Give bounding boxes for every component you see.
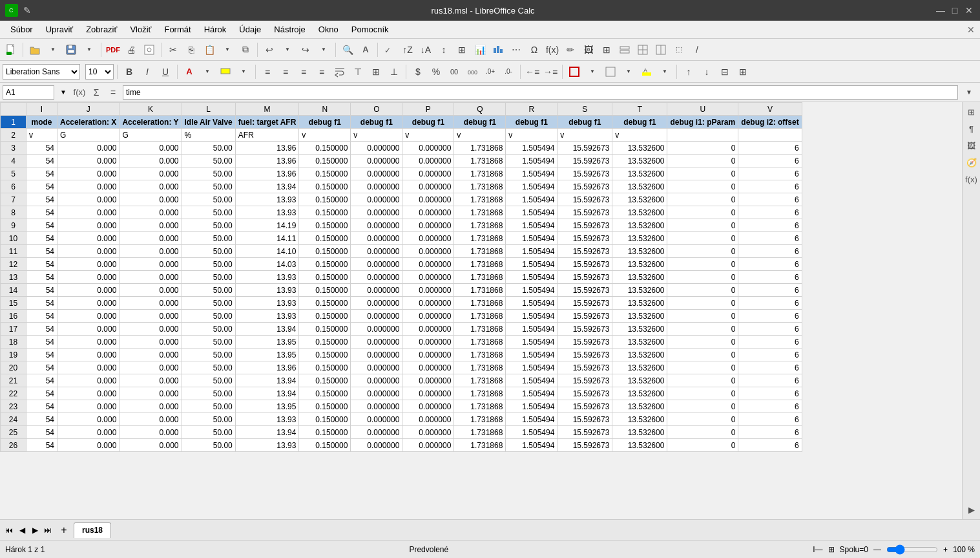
data-cell[interactable]: 0: [667, 206, 738, 219]
data-cell[interactable]: 1.731868: [454, 361, 506, 374]
data-cell[interactable]: 13.532600: [612, 439, 667, 452]
data-cell[interactable]: 54: [26, 219, 57, 232]
data-cell[interactable]: 0.150000: [299, 219, 351, 232]
data-cell[interactable]: 15.592673: [558, 374, 612, 387]
align-center[interactable]: ≡: [277, 63, 294, 80]
data-cell[interactable]: 13.94: [235, 180, 299, 193]
data-cell[interactable]: 0: [667, 310, 738, 323]
data-cell[interactable]: 0.000000: [351, 349, 402, 361]
find-button[interactable]: 🔍: [339, 41, 356, 58]
data-cell[interactable]: 50.00: [182, 387, 235, 400]
data-cell[interactable]: 0.000000: [351, 400, 402, 413]
data-cell[interactable]: 6: [738, 387, 802, 400]
data-cell[interactable]: 54: [26, 387, 57, 400]
data-cell[interactable]: 0.150000: [299, 426, 351, 439]
data-cell[interactable]: 6: [738, 155, 802, 167]
col-header-L[interactable]: L: [182, 103, 235, 116]
col-header-U[interactable]: U: [667, 103, 738, 116]
data-cell[interactable]: 15.592673: [558, 284, 612, 297]
data-cell[interactable]: 54: [26, 193, 57, 206]
sum-button[interactable]: Σ: [89, 85, 103, 100]
col-header-T[interactable]: T: [612, 103, 667, 116]
data-cell[interactable]: 1.731868: [454, 297, 506, 310]
maximize-button[interactable]: □: [949, 5, 961, 16]
properties-panel[interactable]: ⊞: [964, 105, 979, 119]
row-num-17[interactable]: 17: [1, 323, 26, 336]
menu-window[interactable]: Okno: [313, 23, 344, 36]
row-num-5[interactable]: 5: [1, 167, 26, 180]
data-cell[interactable]: 0.000: [57, 258, 120, 271]
data-cell[interactable]: 0.000000: [402, 323, 454, 336]
cell-V1[interactable]: debug i2: offset: [738, 116, 802, 129]
data-cell[interactable]: 14.03: [235, 258, 299, 271]
background-dropdown[interactable]: ▼: [656, 63, 673, 80]
data-cell[interactable]: 50.00: [182, 336, 235, 349]
data-cell[interactable]: 0.000: [120, 310, 182, 323]
data-cell[interactable]: 0: [667, 180, 738, 193]
data-cell[interactable]: 1.505494: [506, 193, 558, 206]
data-cell[interactable]: 0.000: [57, 142, 120, 155]
cell-R2[interactable]: v: [506, 129, 558, 142]
col-header-I[interactable]: I: [26, 103, 57, 116]
data-cell[interactable]: 0.000: [120, 167, 182, 180]
data-cell[interactable]: 1.731868: [454, 387, 506, 400]
data-cell[interactable]: 0.000: [57, 374, 120, 387]
cell-T1[interactable]: debug f1: [612, 116, 667, 129]
data-cell[interactable]: 15.592673: [558, 142, 612, 155]
data-cell[interactable]: 1.731868: [454, 336, 506, 349]
data-cell[interactable]: 0.000: [57, 336, 120, 349]
data-cell[interactable]: 0.000: [120, 180, 182, 193]
data-cell[interactable]: 13.532600: [612, 336, 667, 349]
indent-less[interactable]: ←≡: [524, 63, 541, 80]
borders-button[interactable]: ⬚: [671, 41, 687, 58]
text-wrap[interactable]: [331, 63, 348, 80]
data-cell[interactable]: 14.11: [235, 232, 299, 245]
data-cell[interactable]: 6: [738, 336, 802, 349]
data-cell[interactable]: 6: [738, 323, 802, 336]
formula-input[interactable]: [123, 85, 958, 100]
cell-reference-box[interactable]: [3, 85, 54, 100]
data-cell[interactable]: 13.93: [235, 284, 299, 297]
data-cell[interactable]: 0: [667, 297, 738, 310]
data-cell[interactable]: 6: [738, 232, 802, 245]
data-cell[interactable]: 1.731868: [454, 142, 506, 155]
data-cell[interactable]: 50.00: [182, 167, 235, 180]
menu-data[interactable]: Údaje: [234, 23, 266, 36]
insert-image[interactable]: 🖼: [580, 41, 597, 58]
data-cell[interactable]: 1.505494: [506, 310, 558, 323]
data-cell[interactable]: 0: [667, 271, 738, 284]
bold-button[interactable]: B: [121, 63, 138, 80]
fontwork-button[interactable]: A: [357, 41, 374, 58]
data-cell[interactable]: 14.10: [235, 245, 299, 258]
cell-J2[interactable]: G: [57, 129, 120, 142]
data-cell[interactable]: 13.96: [235, 167, 299, 180]
sort-asc[interactable]: ↑Z: [399, 41, 416, 58]
data-cell[interactable]: 0: [667, 219, 738, 232]
cell-U2[interactable]: [667, 129, 738, 142]
data-cell[interactable]: 0.000000: [351, 336, 402, 349]
data-cell[interactable]: 0.000: [120, 193, 182, 206]
row-num-18[interactable]: 18: [1, 336, 26, 349]
row-num-25[interactable]: 25: [1, 426, 26, 439]
cell-V2[interactable]: [738, 129, 802, 142]
data-cell[interactable]: 54: [26, 349, 57, 361]
data-cell[interactable]: 13.96: [235, 142, 299, 155]
borders-dropdown[interactable]: ▼: [584, 63, 601, 80]
data-cell[interactable]: 6: [738, 219, 802, 232]
data-cell[interactable]: 0.000: [57, 219, 120, 232]
data-cell[interactable]: 15.592673: [558, 206, 612, 219]
data-cell[interactable]: 0.000: [120, 336, 182, 349]
data-cell[interactable]: 13.532600: [612, 258, 667, 271]
data-cell[interactable]: 1.731868: [454, 310, 506, 323]
data-cell[interactable]: 0.000000: [402, 387, 454, 400]
table-operations[interactable]: [634, 41, 651, 58]
open-button[interactable]: [26, 41, 43, 58]
more-charts[interactable]: ⋯: [508, 41, 525, 58]
highlight-color[interactable]: [217, 63, 234, 80]
special-chars[interactable]: Ω: [526, 41, 543, 58]
data-cell[interactable]: 0.000: [57, 245, 120, 258]
data-cell[interactable]: 0.150000: [299, 387, 351, 400]
prev-sheet-button[interactable]: ◀: [16, 524, 28, 537]
corner-cell[interactable]: [1, 103, 26, 116]
data-cell[interactable]: 1.731868: [454, 258, 506, 271]
